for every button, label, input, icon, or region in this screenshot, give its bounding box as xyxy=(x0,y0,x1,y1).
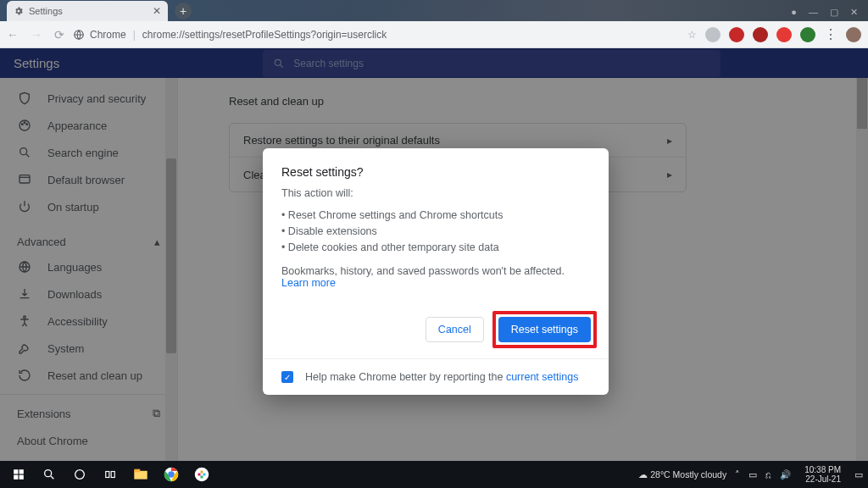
svg-point-15 xyxy=(75,470,85,480)
gear-icon xyxy=(14,6,24,16)
new-tab-button[interactable]: + xyxy=(175,3,192,19)
svg-rect-26 xyxy=(201,476,203,479)
dialog-note: Bookmarks, history, and saved passwords … xyxy=(281,265,590,289)
minimize-icon[interactable]: — xyxy=(809,7,818,18)
weather-icon: ☁ xyxy=(638,469,648,480)
svg-point-22 xyxy=(195,468,209,482)
start-button[interactable] xyxy=(5,463,32,486)
svg-rect-19 xyxy=(134,469,140,473)
battery-icon[interactable]: ▭ xyxy=(748,469,757,480)
svg-rect-17 xyxy=(111,472,114,478)
cancel-button[interactable]: Cancel xyxy=(426,317,484,342)
url-text: chrome://settings/resetProfileSettings?o… xyxy=(142,29,387,41)
file-explorer-icon[interactable] xyxy=(127,463,154,486)
window-titlebar: Settings ✕ + ● — ▢ ✕ xyxy=(0,0,868,21)
svg-rect-16 xyxy=(106,472,109,478)
chrome-icon[interactable] xyxy=(158,463,185,486)
maximize-icon[interactable]: ▢ xyxy=(830,7,838,18)
window-extra-icon[interactable]: ● xyxy=(791,7,797,18)
taskbar-search-icon[interactable] xyxy=(36,463,63,486)
svg-rect-13 xyxy=(19,475,24,480)
wifi-icon[interactable]: ⎌ xyxy=(765,469,771,480)
forward-icon[interactable]: → xyxy=(31,28,42,42)
taskview-icon[interactable] xyxy=(97,463,124,486)
tray-chevron-icon[interactable]: ˄ xyxy=(735,469,740,480)
back-icon[interactable]: ← xyxy=(7,28,19,42)
footer-text: Help make Chrome better by reporting the… xyxy=(305,371,578,383)
browser-tab[interactable]: Settings ✕ xyxy=(7,1,168,21)
svg-rect-23 xyxy=(198,474,201,476)
svg-rect-10 xyxy=(14,469,18,474)
volume-icon[interactable]: 🔊 xyxy=(780,469,791,480)
system-clock[interactable]: 10:38 PM 22-Jul-21 xyxy=(799,465,846,484)
svg-rect-12 xyxy=(14,475,18,480)
address-bar: ← → ⟳ Chrome | chrome://settings/resetPr… xyxy=(0,21,868,48)
star-icon[interactable]: ☆ xyxy=(687,29,697,41)
omnibox[interactable]: Chrome | chrome://settings/resetProfileS… xyxy=(73,29,697,41)
highlight-ring: Reset settings xyxy=(492,311,597,348)
extensions-tray: ⋮ xyxy=(705,26,861,42)
extension-icon[interactable] xyxy=(729,27,744,42)
reset-settings-button[interactable]: Reset settings xyxy=(498,317,591,342)
cortana-icon[interactable] xyxy=(66,463,93,486)
profile-avatar[interactable] xyxy=(846,27,861,42)
close-icon[interactable]: ✕ xyxy=(153,5,161,17)
slack-icon[interactable] xyxy=(188,463,215,486)
svg-rect-24 xyxy=(203,474,206,476)
svg-rect-18 xyxy=(134,471,147,480)
dialog-bullets: Reset Chrome settings and Chrome shortcu… xyxy=(281,208,590,255)
url-label: Chrome xyxy=(90,29,126,41)
dialog-title: Reset settings? xyxy=(281,165,590,179)
svg-point-14 xyxy=(45,470,52,477)
learn-more-link[interactable]: Learn more xyxy=(281,277,336,289)
extension-icon[interactable] xyxy=(705,27,721,42)
current-settings-link[interactable]: current settings xyxy=(506,371,578,383)
svg-rect-11 xyxy=(19,469,24,474)
extension-icon[interactable] xyxy=(776,27,792,42)
extension-icon[interactable] xyxy=(753,27,768,42)
window-controls: ● — ▢ ✕ xyxy=(791,7,868,21)
svg-rect-25 xyxy=(201,471,203,474)
weather-widget[interactable]: ☁ 28°C Mostly cloudy xyxy=(638,469,726,480)
windows-taskbar: ☁ 28°C Mostly cloudy ˄ ▭ ⎌ 🔊 10:38 PM 22… xyxy=(0,461,868,488)
dialog-intro: This action will: xyxy=(281,187,590,199)
kebab-icon[interactable]: ⋮ xyxy=(824,26,837,42)
report-checkbox[interactable]: ✓ xyxy=(281,371,293,383)
reset-settings-dialog: Reset settings? This action will: Reset … xyxy=(263,148,609,395)
notifications-icon[interactable]: ▭ xyxy=(854,469,863,480)
reload-icon[interactable]: ⟳ xyxy=(54,28,64,42)
site-icon xyxy=(73,29,85,41)
close-window-icon[interactable]: ✕ xyxy=(850,7,858,18)
extension-icon[interactable] xyxy=(800,27,815,42)
tab-title: Settings xyxy=(29,6,63,16)
